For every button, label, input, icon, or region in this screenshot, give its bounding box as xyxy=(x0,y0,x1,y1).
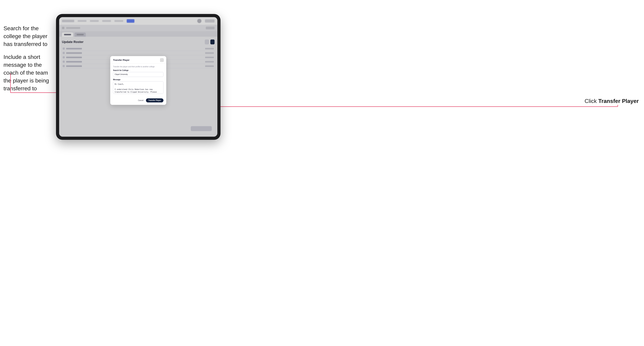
modal-body: Transfer the player and their profile to… xyxy=(110,64,166,97)
cancel-button[interactable]: Cancel xyxy=(137,99,144,102)
ipad-screen: Update Roster xyxy=(59,17,217,137)
modal-subtitle: Transfer the player and their profile to… xyxy=(113,66,164,68)
annotation-right-prefix: Click xyxy=(585,98,598,104)
transfer-player-modal: Transfer Player × Transfer the player an… xyxy=(110,56,166,105)
annotation-line1: Search for the college the player has tr… xyxy=(4,24,52,48)
message-label: Message xyxy=(113,79,164,81)
message-textarea[interactable]: Hi Coach, I understand Chris Robertson h… xyxy=(113,81,164,94)
annotation-line2: Include a short message to the coach of … xyxy=(4,53,52,92)
modal-close-button[interactable]: × xyxy=(160,58,164,62)
search-college-input[interactable] xyxy=(113,72,164,77)
annotation-right: Click Transfer Player xyxy=(585,98,639,104)
modal-footer: Cancel Transfer Player xyxy=(110,97,166,105)
modal-overlay: Transfer Player × Transfer the player an… xyxy=(59,17,217,137)
modal-title: Transfer Player xyxy=(113,59,130,61)
annotation-right-bold: Transfer Player xyxy=(598,98,639,104)
ipad-device: Update Roster xyxy=(56,14,220,140)
search-college-label: Search for College xyxy=(113,69,164,71)
annotation-left: Search for the college the player has tr… xyxy=(4,24,52,98)
transfer-player-button[interactable]: Transfer Player xyxy=(146,98,164,102)
modal-header: Transfer Player × xyxy=(110,56,166,64)
